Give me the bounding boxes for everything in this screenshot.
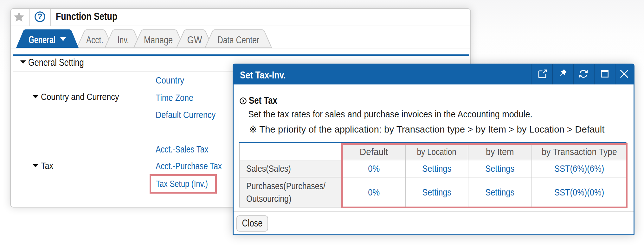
svg-text:Acct.: Acct. xyxy=(86,34,103,46)
svg-text:Manage: Manage xyxy=(144,34,173,46)
svg-text:Inv.: Inv. xyxy=(118,34,129,46)
svg-text:?: ? xyxy=(37,12,42,21)
svg-text:General: General xyxy=(29,34,55,46)
svg-text:Data Center: Data Center xyxy=(217,34,259,46)
svg-text:GW: GW xyxy=(187,34,203,46)
